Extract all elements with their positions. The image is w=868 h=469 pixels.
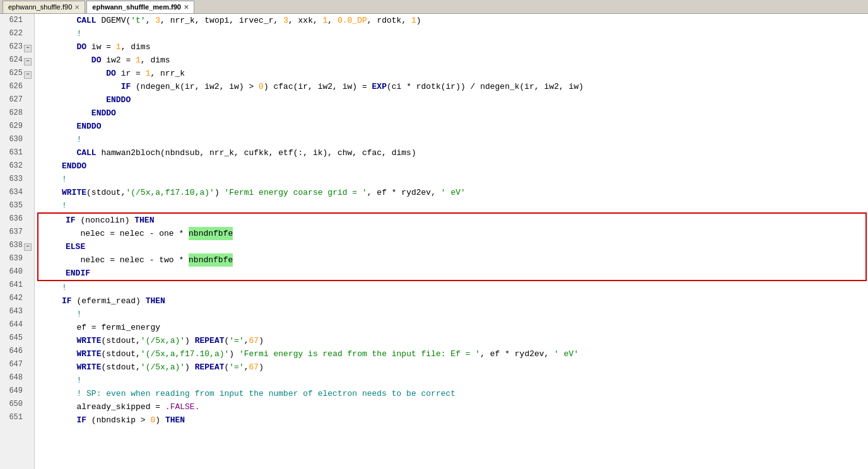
fold-638[interactable]: − <box>24 243 32 251</box>
code-line-645: WRITE(stdout,'(/5x,a)') REPEAT('=',67) <box>35 334 868 347</box>
code-column: CALL DGEMV('t', 3, nrr_k, twopi, irvec_r… <box>35 14 868 469</box>
code-line-632: ENDDO <box>35 159 868 173</box>
code-line-629: ENDDO <box>35 120 868 133</box>
code-area: 621 622 623− 624− 625− 626 627 628 629 6… <box>0 14 868 469</box>
code-line-628: ENDDO <box>35 107 868 120</box>
code-line-646: WRITE(stdout,'(/5x,a,f17.10,a)') 'Fermi … <box>35 347 868 361</box>
tab-1[interactable]: ephwann_shuffle.f90 ✕ <box>3 1 85 13</box>
code-line-642: IF (efermi_read) THEN <box>35 294 868 308</box>
tab-1-label: ephwann_shuffle.f90 <box>8 3 72 11</box>
code-line-648: ! <box>35 374 868 387</box>
code-line-644: ef = fermi_energy <box>35 321 868 334</box>
code-line-622: ! <box>35 27 868 40</box>
fold-623[interactable]: − <box>24 45 32 52</box>
line-number-column: 621 622 623− 624− 625− 626 627 628 629 6… <box>0 14 35 469</box>
fold-624[interactable]: − <box>24 58 32 66</box>
code-line-638: ELSE <box>38 240 865 253</box>
code-line-621: CALL DGEMV('t', 3, nrr_k, twopi, irvec_r… <box>35 14 868 27</box>
code-line-637: nelec = nelec - one * nbndnfbfe <box>38 227 865 240</box>
code-line-651: IF (nbndskip > 0) THEN <box>35 414 868 427</box>
code-line-649: ! SP: even when reading from input the n… <box>35 387 868 400</box>
tab-2-close[interactable]: ✕ <box>184 4 189 11</box>
code-line-633: ! <box>35 173 868 186</box>
code-line-634: WRITE(stdout,'(/5x,a,f17.10,a)') 'Fermi … <box>35 186 868 199</box>
code-line-650: already_skipped = .FALSE. <box>35 400 868 414</box>
code-line-641: ! <box>35 281 868 294</box>
code-line-623: DO iw = 1, dims <box>35 40 868 54</box>
code-line-640: ENDIF <box>38 267 865 280</box>
tab-2[interactable]: ephwann_shuffle_mem.f90 ✕ <box>86 1 194 13</box>
red-border-block: IF (noncolin) THEN nelec = nelec - one *… <box>37 212 867 281</box>
fold-625[interactable]: − <box>24 71 32 79</box>
code-line-631: CALL hamwan2bloch(nbndsub, nrr_k, cufkk,… <box>35 146 868 159</box>
code-line-636: IF (noncolin) THEN <box>38 214 865 227</box>
code-line-630: ! <box>35 133 868 146</box>
tab-1-close[interactable]: ✕ <box>74 4 79 11</box>
tab-2-label: ephwann_shuffle_mem.f90 <box>92 3 181 11</box>
code-line-627: ENDDO <box>35 93 868 107</box>
code-line-643: ! <box>35 308 868 321</box>
title-bar: ephwann_shuffle.f90 ✕ ephwann_shuffle_me… <box>0 0 868 14</box>
code-line-625: DO ir = 1, nrr_k <box>35 67 868 80</box>
code-line-639: nelec = nelec - two * nbndnfbfe <box>38 253 865 267</box>
code-line-647: WRITE(stdout,'(/5x,a)') REPEAT('=',67) <box>35 361 868 374</box>
code-line-626: IF (ndegen_k(ir, iw2, iw) > 0) cfac(ir, … <box>35 80 868 93</box>
code-line-635: ! <box>35 199 868 212</box>
code-line-624: DO iw2 = 1, dims <box>35 54 868 67</box>
